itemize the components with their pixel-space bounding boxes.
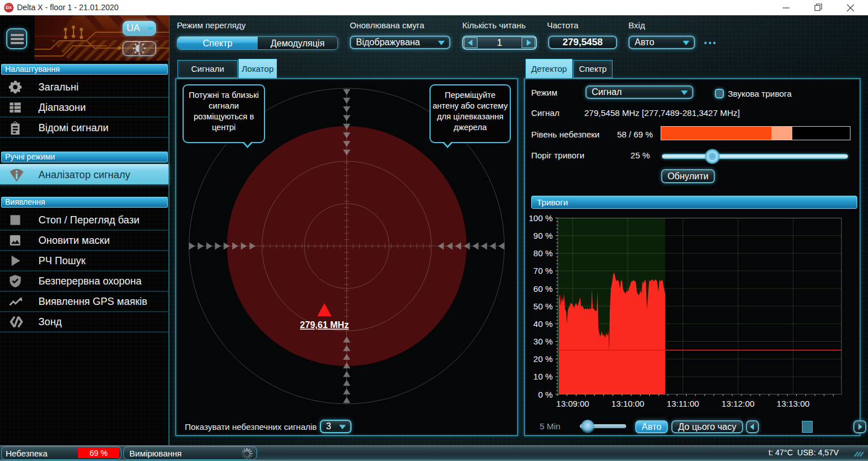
svg-text:13:13:00: 13:13:00 xyxy=(776,399,809,408)
svg-text:279,61 MHz: 279,61 MHz xyxy=(300,320,349,330)
svg-text:50 %: 50 % xyxy=(533,301,553,311)
svg-text:70 %: 70 % xyxy=(533,266,553,275)
svg-text:40 %: 40 % xyxy=(533,319,553,329)
svg-text:10 %: 10 % xyxy=(533,372,553,381)
svg-text:90 %: 90 % xyxy=(533,231,553,240)
svg-text:20 %: 20 % xyxy=(533,354,553,364)
svg-text:13:10:00: 13:10:00 xyxy=(611,399,644,408)
svg-text:100 %: 100 % xyxy=(528,213,553,223)
svg-text:30 %: 30 % xyxy=(533,337,553,346)
svg-text:0 %: 0 % xyxy=(538,390,553,399)
svg-text:13:11:00: 13:11:00 xyxy=(667,399,699,408)
svg-text:13:12:00: 13:12:00 xyxy=(722,399,754,408)
svg-text:80 %: 80 % xyxy=(533,248,553,258)
svg-text:13:09:00: 13:09:00 xyxy=(556,399,589,408)
svg-text:60 %: 60 % xyxy=(533,284,553,294)
